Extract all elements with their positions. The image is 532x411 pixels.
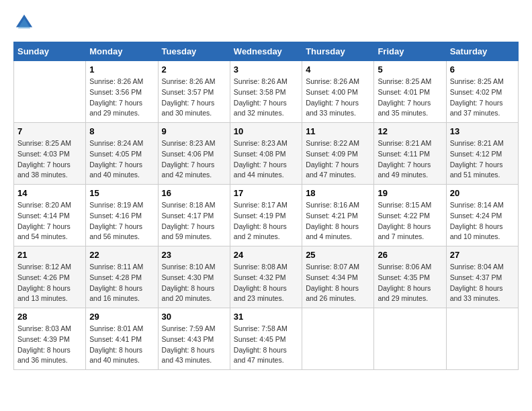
day-info: Sunrise: 8:21 AM Sunset: 4:11 PM Dayligh… <box>378 138 442 181</box>
calendar-cell <box>374 308 446 370</box>
day-info: Sunrise: 8:25 AM Sunset: 4:01 PM Dayligh… <box>378 77 442 119</box>
weekday-header-tuesday: Tuesday <box>158 42 230 61</box>
day-info: Sunrise: 8:11 AM Sunset: 4:28 PM Dayligh… <box>89 262 154 304</box>
calendar-cell: 13Sunrise: 8:21 AM Sunset: 4:12 PM Dayli… <box>446 123 518 185</box>
day-info: Sunrise: 8:17 AM Sunset: 4:19 PM Dayligh… <box>234 200 298 242</box>
day-number: 3 <box>234 64 298 75</box>
calendar-cell: 12Sunrise: 8:21 AM Sunset: 4:11 PM Dayli… <box>374 123 446 185</box>
day-number: 30 <box>162 312 226 322</box>
calendar-cell: 15Sunrise: 8:19 AM Sunset: 4:16 PM Dayli… <box>86 185 158 246</box>
day-number: 5 <box>378 64 442 75</box>
day-number: 14 <box>17 188 82 198</box>
day-number: 7 <box>17 126 82 136</box>
day-number: 28 <box>17 312 82 322</box>
day-info: Sunrise: 8:20 AM Sunset: 4:14 PM Dayligh… <box>17 200 82 242</box>
day-number: 26 <box>378 250 442 260</box>
day-info: Sunrise: 8:07 AM Sunset: 4:34 PM Dayligh… <box>306 262 370 304</box>
day-number: 9 <box>162 126 226 136</box>
day-info: Sunrise: 8:25 AM Sunset: 4:03 PM Dayligh… <box>17 138 82 181</box>
logo-icon <box>15 13 34 32</box>
weekday-header-sunday: Sunday <box>14 42 86 61</box>
weekday-header-thursday: Thursday <box>302 42 374 61</box>
day-info: Sunrise: 8:26 AM Sunset: 4:00 PM Dayligh… <box>306 77 370 119</box>
day-number: 19 <box>378 188 442 198</box>
calendar-cell: 20Sunrise: 8:14 AM Sunset: 4:24 PM Dayli… <box>446 185 518 246</box>
calendar-week-row: 1Sunrise: 8:26 AM Sunset: 3:56 PM Daylig… <box>14 61 519 123</box>
calendar-cell: 22Sunrise: 8:11 AM Sunset: 4:28 PM Dayli… <box>86 246 158 308</box>
day-number: 16 <box>162 188 226 198</box>
day-number: 18 <box>306 188 370 198</box>
day-number: 10 <box>234 126 298 136</box>
calendar-cell: 2Sunrise: 8:26 AM Sunset: 3:57 PM Daylig… <box>158 61 230 123</box>
day-info: Sunrise: 8:22 AM Sunset: 4:09 PM Dayligh… <box>306 138 370 181</box>
calendar-cell: 7Sunrise: 8:25 AM Sunset: 4:03 PM Daylig… <box>14 123 86 185</box>
day-number: 2 <box>162 64 226 75</box>
day-info: Sunrise: 8:06 AM Sunset: 4:35 PM Dayligh… <box>378 262 442 304</box>
day-info: Sunrise: 8:19 AM Sunset: 4:16 PM Dayligh… <box>89 200 154 242</box>
calendar-week-row: 7Sunrise: 8:25 AM Sunset: 4:03 PM Daylig… <box>14 123 519 185</box>
day-number: 24 <box>234 250 298 260</box>
day-number: 21 <box>17 250 82 260</box>
day-number: 1 <box>89 64 154 75</box>
day-number: 27 <box>450 250 515 260</box>
calendar-cell: 25Sunrise: 8:07 AM Sunset: 4:34 PM Dayli… <box>302 246 374 308</box>
day-info: Sunrise: 8:10 AM Sunset: 4:30 PM Dayligh… <box>162 262 226 304</box>
calendar-week-row: 21Sunrise: 8:12 AM Sunset: 4:26 PM Dayli… <box>14 246 519 308</box>
day-number: 12 <box>378 126 442 136</box>
weekday-header-monday: Monday <box>86 42 158 61</box>
day-info: Sunrise: 8:16 AM Sunset: 4:21 PM Dayligh… <box>306 200 370 242</box>
calendar-cell: 10Sunrise: 8:23 AM Sunset: 4:08 PM Dayli… <box>230 123 302 185</box>
calendar-cell: 27Sunrise: 8:04 AM Sunset: 4:37 PM Dayli… <box>446 246 518 308</box>
day-number: 25 <box>306 250 370 260</box>
calendar-cell: 24Sunrise: 8:08 AM Sunset: 4:32 PM Dayli… <box>230 246 302 308</box>
day-info: Sunrise: 8:14 AM Sunset: 4:24 PM Dayligh… <box>450 200 515 242</box>
day-number: 15 <box>89 188 154 198</box>
weekday-header-friday: Friday <box>374 42 446 61</box>
calendar-cell: 1Sunrise: 8:26 AM Sunset: 3:56 PM Daylig… <box>86 61 158 123</box>
day-info: Sunrise: 8:01 AM Sunset: 4:41 PM Dayligh… <box>89 324 154 366</box>
day-number: 29 <box>89 312 154 322</box>
calendar-cell: 14Sunrise: 8:20 AM Sunset: 4:14 PM Dayli… <box>14 185 86 246</box>
calendar-cell: 26Sunrise: 8:06 AM Sunset: 4:35 PM Dayli… <box>374 246 446 308</box>
day-info: Sunrise: 8:23 AM Sunset: 4:06 PM Dayligh… <box>162 138 226 181</box>
calendar-cell: 8Sunrise: 8:24 AM Sunset: 4:05 PM Daylig… <box>86 123 158 185</box>
day-info: Sunrise: 8:21 AM Sunset: 4:12 PM Dayligh… <box>450 138 515 181</box>
calendar-header-row: SundayMondayTuesdayWednesdayThursdayFrid… <box>14 42 519 61</box>
day-info: Sunrise: 8:23 AM Sunset: 4:08 PM Dayligh… <box>234 138 298 181</box>
calendar-cell: 30Sunrise: 7:59 AM Sunset: 4:43 PM Dayli… <box>158 308 230 370</box>
day-info: Sunrise: 8:15 AM Sunset: 4:22 PM Dayligh… <box>378 200 442 242</box>
weekday-header-wednesday: Wednesday <box>230 42 302 61</box>
day-number: 20 <box>450 188 515 198</box>
day-info: Sunrise: 8:26 AM Sunset: 3:57 PM Dayligh… <box>162 77 226 119</box>
calendar-week-row: 28Sunrise: 8:03 AM Sunset: 4:39 PM Dayli… <box>14 308 519 370</box>
day-info: Sunrise: 7:58 AM Sunset: 4:45 PM Dayligh… <box>234 324 298 366</box>
weekday-header-saturday: Saturday <box>446 42 518 61</box>
page-header <box>13 13 519 35</box>
calendar-cell: 31Sunrise: 7:58 AM Sunset: 4:45 PM Dayli… <box>230 308 302 370</box>
day-number: 6 <box>450 64 515 75</box>
day-number: 23 <box>162 250 226 260</box>
day-number: 11 <box>306 126 370 136</box>
calendar-cell: 21Sunrise: 8:12 AM Sunset: 4:26 PM Dayli… <box>14 246 86 308</box>
day-number: 13 <box>450 126 515 136</box>
calendar-cell: 9Sunrise: 8:23 AM Sunset: 4:06 PM Daylig… <box>158 123 230 185</box>
day-number: 22 <box>89 250 154 260</box>
day-info: Sunrise: 8:18 AM Sunset: 4:17 PM Dayligh… <box>162 200 226 242</box>
day-number: 4 <box>306 64 370 75</box>
day-info: Sunrise: 8:26 AM Sunset: 3:58 PM Dayligh… <box>234 77 298 119</box>
day-number: 31 <box>234 312 298 322</box>
calendar-cell: 11Sunrise: 8:22 AM Sunset: 4:09 PM Dayli… <box>302 123 374 185</box>
day-number: 17 <box>234 188 298 198</box>
day-info: Sunrise: 7:59 AM Sunset: 4:43 PM Dayligh… <box>162 324 226 366</box>
calendar-cell: 4Sunrise: 8:26 AM Sunset: 4:00 PM Daylig… <box>302 61 374 123</box>
calendar-cell <box>446 308 518 370</box>
calendar-cell: 5Sunrise: 8:25 AM Sunset: 4:01 PM Daylig… <box>374 61 446 123</box>
day-info: Sunrise: 8:12 AM Sunset: 4:26 PM Dayligh… <box>17 262 82 304</box>
logo <box>13 13 34 35</box>
calendar-cell: 16Sunrise: 8:18 AM Sunset: 4:17 PM Dayli… <box>158 185 230 246</box>
calendar-cell: 23Sunrise: 8:10 AM Sunset: 4:30 PM Dayli… <box>158 246 230 308</box>
day-number: 8 <box>89 126 154 136</box>
day-info: Sunrise: 8:24 AM Sunset: 4:05 PM Dayligh… <box>89 138 154 181</box>
calendar-cell: 3Sunrise: 8:26 AM Sunset: 3:58 PM Daylig… <box>230 61 302 123</box>
day-info: Sunrise: 8:04 AM Sunset: 4:37 PM Dayligh… <box>450 262 515 304</box>
